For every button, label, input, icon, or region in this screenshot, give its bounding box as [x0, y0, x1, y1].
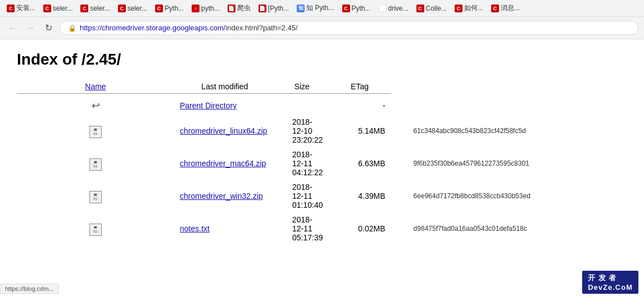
bookmark-label-13: 消息... — [501, 3, 520, 13]
file-name-cell-4: notes.txt — [174, 212, 275, 245]
bookmark-label-12: 如何... — [464, 3, 483, 13]
col-header-modified: Last modified — [174, 80, 275, 94]
file-etag-cell-4: d98475f7fad0a16aa0543c01defa518c — [391, 212, 627, 245]
file-link-0[interactable]: Parent Directory — [180, 101, 237, 110]
file-name-cell-1: chromedriver_linux64.zip — [174, 115, 275, 147]
zip-file-icon: 💻0|1 — [89, 158, 102, 171]
zip-file-icon: 💻0|1 — [89, 191, 102, 203]
bookmark-item-6[interactable]: 📄爬虫 — [224, 2, 254, 14]
bookmark-item-3[interactable]: Cseler... — [115, 3, 151, 13]
bookmark-item-7[interactable]: 📄[Pyth... — [255, 3, 292, 13]
file-modified-cell-4: 2018-12-11 05:17:39 — [275, 212, 329, 245]
bookmark-item-9[interactable]: CPyth... — [339, 3, 374, 13]
bookmark-item-10[interactable]: Gdrive... — [375, 3, 412, 13]
col-header-size: Size — [275, 80, 329, 94]
file-size-cell-3: 4.39MB — [329, 180, 391, 212]
file-etag-cell-3: 6ee964d7172fb8bcd8538ccb430b53ed — [391, 180, 627, 212]
file-table: Name Last modified Size ETag ↩Parent Dir… — [17, 80, 627, 245]
bookmark-item-0[interactable]: C安装... — [3, 2, 39, 14]
file-link-3[interactable]: chromedriver_win32.zip — [180, 192, 263, 201]
file-modified-cell-0 — [275, 94, 329, 115]
file-size-cell-0: - — [329, 94, 391, 115]
bookmark-label-0: 安装... — [16, 3, 35, 13]
bookmark-favicon-11: C — [416, 4, 424, 12]
zip-file-icon: 💻0|1 — [89, 126, 102, 138]
table-row: 💻0|1chromedriver_mac64.zip2018-12-11 04:… — [17, 147, 627, 180]
file-icon-cell-3: 💻0|1 — [17, 180, 174, 212]
bookmark-favicon-2: C — [80, 4, 88, 12]
bookmarks-bar: C安装...Cseler...Cseler...Cseler...CPyth..… — [0, 0, 644, 17]
reload-button[interactable]: ↻ — [42, 21, 55, 35]
bookmark-item-8[interactable]: 知知 Pyth... — [293, 2, 337, 14]
address-bar: ← → ↻ 🔒 https://chromedriver.storage.goo… — [0, 17, 644, 39]
bookmark-label-11: Colle... — [426, 4, 447, 12]
bookmark-favicon-4: C — [155, 4, 163, 12]
file-icon-cell-4: 💻0|1 — [17, 212, 174, 245]
name-sort-link[interactable]: Name — [85, 82, 106, 91]
browser-window: C安装...Cseler...Cseler...Cseler...CPyth..… — [0, 0, 644, 264]
bookmark-label-3: seler... — [128, 4, 147, 12]
back-button[interactable]: ← — [6, 21, 19, 35]
file-size-cell-1: 5.14MB — [329, 115, 391, 147]
file-icon-cell-2: 💻0|1 — [17, 147, 174, 180]
file-modified-cell-2: 2018-12-11 04:12:22 — [275, 147, 329, 180]
file-name-cell-0: Parent Directory — [174, 94, 275, 115]
bookmark-label-7: [Pyth... — [268, 4, 289, 12]
bookmark-label-4: Pyth... — [165, 4, 184, 12]
bookmark-label-2: seler... — [90, 4, 110, 12]
file-icon-cell-0: ↩ — [17, 94, 174, 115]
bookmark-favicon-7: 📄 — [258, 4, 266, 12]
table-row: ↩Parent Directory- — [17, 94, 627, 115]
file-link-2[interactable]: chromedriver_mac64.zip — [180, 159, 266, 168]
bookmark-favicon-9: C — [342, 4, 350, 12]
file-etag-cell-2: 9f6b235f30b6ea4579612273595c8301 — [391, 147, 627, 180]
file-modified-cell-3: 2018-12-11 01:10:40 — [275, 180, 329, 212]
bookmark-favicon-5: ♀ — [192, 4, 199, 12]
table-row: 💻0|1chromedriver_win32.zip2018-12-11 01:… — [17, 180, 627, 212]
file-link-4[interactable]: notes.txt — [180, 224, 210, 233]
bookmark-item-1[interactable]: Cseler... — [40, 3, 76, 13]
col-header-etag: ETag — [329, 80, 391, 94]
bookmark-item-5[interactable]: ♀pyth... — [188, 3, 223, 13]
bookmark-item-11[interactable]: CColle... — [413, 3, 450, 13]
file-name-cell-2: chromedriver_mac64.zip — [174, 147, 275, 180]
file-etag-cell-1: 61c3484abc908c543b823cf42f58fc5d — [391, 115, 627, 147]
bookmark-favicon-3: C — [118, 4, 126, 12]
bookmark-favicon-1: C — [43, 4, 51, 12]
bookmark-favicon-0: C — [7, 4, 15, 12]
table-row: 💻0|1notes.txt2018-12-11 05:17:390.02MBd9… — [17, 212, 627, 245]
bookmark-label-1: seler... — [53, 4, 72, 12]
file-etag-cell-0 — [391, 94, 627, 115]
file-icon-cell-1: 💻0|1 — [17, 115, 174, 147]
bookmark-label-6: 爬虫 — [237, 3, 251, 13]
forward-button[interactable]: → — [24, 21, 37, 35]
bookmark-item-2[interactable]: Cseler... — [77, 3, 113, 13]
address-input[interactable]: 🔒 https://chromedriver.storage.googleapi… — [60, 21, 638, 35]
bookmark-label-9: Pyth... — [352, 4, 371, 12]
file-size-cell-4: 0.02MB — [329, 212, 391, 245]
bookmark-label-5: pyth... — [201, 4, 220, 12]
file-modified-cell-1: 2018-12-10 23:20:22 — [275, 115, 329, 147]
bookmark-favicon-12: C — [455, 4, 462, 12]
file-name-cell-3: chromedriver_win32.zip — [174, 180, 275, 212]
bookmark-favicon-10: G — [379, 4, 387, 12]
address-text: https://chromedriver.storage.googleapis.… — [80, 24, 298, 32]
folder-up-icon: ↩ — [92, 100, 100, 111]
txt-file-icon: 💻0|1 — [89, 224, 102, 236]
page-title: Index of /2.45/ — [17, 51, 627, 69]
col-header-name: Name — [17, 80, 174, 94]
table-header-row: Name Last modified Size ETag — [17, 80, 627, 94]
bookmark-favicon-8: 知 — [297, 4, 305, 12]
page-content: Index of /2.45/ Name Last modified Size … — [0, 39, 644, 264]
lock-icon: 🔒 — [68, 24, 76, 32]
bookmark-favicon-6: 📄 — [228, 4, 235, 12]
bookmark-label-8: 知 Pyth... — [306, 3, 334, 13]
bookmark-label-10: drive... — [388, 4, 409, 12]
file-size-cell-2: 6.63MB — [329, 147, 391, 180]
bookmark-item-4[interactable]: CPyth... — [152, 3, 187, 13]
bookmark-item-12[interactable]: C如何... — [451, 2, 487, 14]
bookmark-favicon-13: C — [491, 4, 499, 12]
table-row: 💻0|1chromedriver_linux64.zip2018-12-10 2… — [17, 115, 627, 147]
file-link-1[interactable]: chromedriver_linux64.zip — [180, 126, 267, 135]
bookmark-item-13[interactable]: C消息... — [488, 2, 523, 14]
